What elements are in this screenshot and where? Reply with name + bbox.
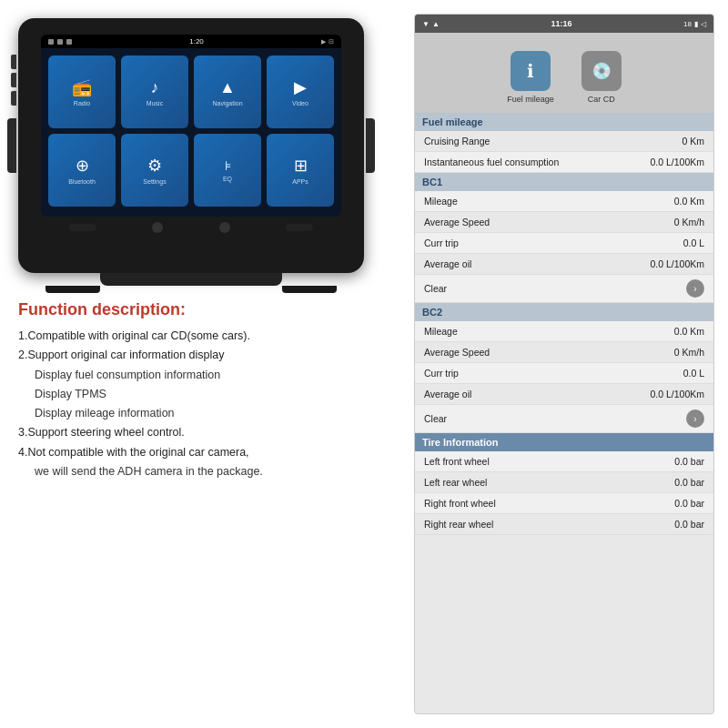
android-clock: 11:16 <box>551 19 571 28</box>
desc-sub-4: we will send the ADH camera in the packa… <box>18 462 400 481</box>
bc1-mileage-row: Mileage 0.0 Km <box>415 191 713 212</box>
unit-back-btn[interactable] <box>219 222 230 233</box>
bc2-clear-label: Clear <box>424 413 447 424</box>
side-buttons <box>11 55 16 106</box>
bc1-header: BC1 <box>415 173 713 191</box>
battery-pct: 18 <box>683 20 692 28</box>
fuel-consumption-row: Instantaneous fuel consumption 0.0 L/100… <box>415 152 713 173</box>
bc1-clear-chevron[interactable]: › <box>686 279 704 298</box>
desc-item-2: 2.Support original car information displ… <box>18 346 400 365</box>
unit-screen: 1:20 ▶ ⊟ 📻 Radio ♪ Music ▲ Navigation <box>41 35 341 217</box>
app-video[interactable]: ▶ Video <box>267 56 334 128</box>
speaker-left <box>69 224 96 231</box>
wifi-icon: ▼ <box>422 20 430 28</box>
speaker-right <box>286 224 313 231</box>
battery-icon: ▮ <box>694 20 698 28</box>
unit-battery-icon: ⊟ <box>329 38 334 46</box>
bc1-clear-label: Clear <box>424 283 447 294</box>
desc-sub-1: Display fuel consumption information <box>18 366 400 385</box>
android-statusbar: ▼ ▲ 11:16 18 ▮ ◁ <box>415 15 713 33</box>
bc2-avgspeed-value: 0 Km/h <box>674 347 704 358</box>
home-screen-icons: ℹ Fuel mileage 💿 Car CD <box>415 33 713 113</box>
unit-stand <box>100 273 282 286</box>
bc2-currtrip-value: 0.0 L <box>683 368 704 379</box>
bluetooth-icon: ⊕ <box>76 156 89 176</box>
cruising-range-row: Cruising Range 0 Km <box>415 131 713 152</box>
app-settings[interactable]: ⚙ Settings <box>121 134 188 207</box>
side-button-1[interactable] <box>11 55 16 69</box>
apps-icon: ⊞ <box>294 156 308 176</box>
car-cd-label: Car CD <box>588 95 615 104</box>
signal-icon: ▲ <box>432 20 440 28</box>
bc2-avgspeed-label: Average Speed <box>424 347 490 358</box>
video-icon: ▶ <box>294 77 307 97</box>
eq-label: EQ <box>223 176 232 182</box>
bc2-header: BC2 <box>415 303 713 321</box>
navigation-label: Navigation <box>212 100 242 106</box>
function-description: Function description: 1.Compatible with … <box>18 300 400 481</box>
bc2-mileage-label: Mileage <box>424 326 458 337</box>
bc2-avgoil-value: 0.0 L/100Km <box>650 389 704 399</box>
cruising-range-value: 0 Km <box>682 136 704 147</box>
left-rear-wheel-row: Left rear wheel 0.0 bar <box>415 472 713 493</box>
car-cd-icon: 💿 <box>581 51 622 91</box>
unit-bottom-controls <box>41 217 341 235</box>
music-icon: ♪ <box>151 78 159 97</box>
fuel-mileage-icon: ℹ <box>511 51 551 91</box>
video-label: Video <box>292 100 308 106</box>
car-cd-app[interactable]: 💿 Car CD <box>581 51 622 104</box>
app-navigation[interactable]: ▲ Navigation <box>194 56 261 128</box>
description-list: 1.Compatible with original car CD(some c… <box>18 327 400 481</box>
bc1-avgoil-label: Average oil <box>424 258 471 269</box>
unit-signal-icon: ▶ <box>321 38 326 46</box>
bc2-avgoil-row: Average oil 0.0 L/100Km <box>415 384 713 405</box>
status-right-icons: ▶ ⊟ <box>321 38 334 46</box>
app-music[interactable]: ♪ Music <box>121 56 188 128</box>
bc1-currtrip-label: Curr trip <box>424 238 459 248</box>
bc2-clear-row: Clear › <box>415 405 713 433</box>
bc1-clear-row: Clear › <box>415 275 713 303</box>
bc1-avgspeed-label: Average Speed <box>424 217 490 228</box>
unit-foot-left <box>46 286 100 293</box>
statusbar-right: 18 ▮ ◁ <box>683 20 706 28</box>
app-radio[interactable]: 📻 Radio <box>48 56 116 128</box>
music-label: Music <box>147 100 163 106</box>
fuel-consumption-value: 0.0 L/100Km <box>650 157 704 167</box>
fuel-mileage-app[interactable]: ℹ Fuel mileage <box>507 51 554 104</box>
bluetooth-label: Bluetooth <box>68 178 96 185</box>
bc2-mileage-value: 0.0 Km <box>674 326 704 337</box>
apps-label: APPs <box>292 178 308 185</box>
right-front-wheel-row: Right front wheel 0.0 bar <box>415 493 713 514</box>
app-eq[interactable]: ⊧ EQ <box>194 134 261 207</box>
right-front-wheel-label: Right front wheel <box>424 498 496 509</box>
bc1-avgoil-value: 0.0 L/100Km <box>650 258 704 269</box>
bc1-avgspeed-value: 0 Km/h <box>674 217 704 228</box>
side-button-3[interactable] <box>11 91 16 106</box>
desc-item-1: 1.Compatible with original car CD(some c… <box>18 327 400 346</box>
back-arrow-icon[interactable]: ◁ <box>701 20 706 28</box>
app-bluetooth[interactable]: ⊕ Bluetooth <box>48 134 116 207</box>
radio-icon: 📻 <box>72 77 92 97</box>
left-rear-wheel-value: 0.0 bar <box>674 477 704 488</box>
statusbar-left: ▼ ▲ <box>422 20 440 28</box>
settings-label: Settings <box>143 178 166 185</box>
bc1-mileage-value: 0.0 Km <box>674 196 704 207</box>
desc-item-4: 4.Not compatible with the original car c… <box>18 443 400 462</box>
right-rear-wheel-label: Right rear wheel <box>424 519 493 530</box>
right-front-wheel-value: 0.0 bar <box>674 498 704 509</box>
eq-icon: ⊧ <box>225 158 231 173</box>
bc1-currtrip-value: 0.0 L <box>683 238 704 248</box>
bc2-clear-chevron[interactable]: › <box>686 410 704 428</box>
unit-home-btn[interactable] <box>152 222 163 233</box>
app-grid: 📻 Radio ♪ Music ▲ Navigation ▶ Video ⊕ <box>41 48 341 214</box>
right-rear-wheel-row: Right rear wheel 0.0 bar <box>415 514 713 535</box>
left-front-wheel-row: Left front wheel 0.0 bar <box>415 451 713 472</box>
app-apps[interactable]: ⊞ APPs <box>267 134 334 207</box>
navigation-icon: ▲ <box>219 78 236 97</box>
bc2-mileage-row: Mileage 0.0 Km <box>415 321 713 342</box>
bc2-avgspeed-row: Average Speed 0 Km/h <box>415 342 713 363</box>
data-section: Fuel mileage Cruising Range 0 Km Instant… <box>415 113 713 535</box>
side-button-2[interactable] <box>11 73 16 87</box>
unit-clock: 1:20 <box>72 37 321 46</box>
status-left-icons <box>48 39 72 45</box>
